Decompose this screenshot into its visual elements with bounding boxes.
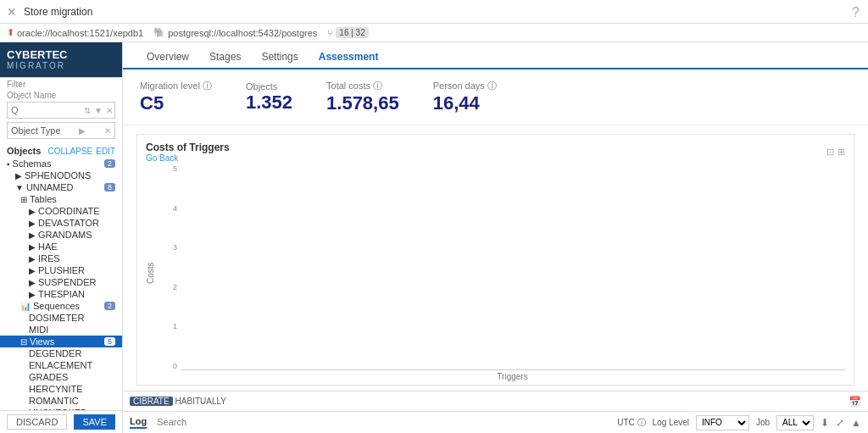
object-type-clear-icon[interactable]: ✕	[104, 126, 111, 136]
expand-icon[interactable]: ⤢	[836, 417, 844, 429]
tree-item-romantic[interactable]: ROMANTIC	[0, 395, 122, 407]
objects-actions: COLLAPSE EDIT	[47, 147, 115, 156]
tree-item-label: MIDI	[29, 325, 48, 335]
tree-item-label: Tables	[30, 194, 57, 204]
save-button[interactable]: SAVE	[74, 414, 115, 430]
logo-area: CYBERTEC MIGRATOR	[0, 42, 122, 78]
tree-item-unnamed[interactable]: ▼ UNNAMED 8	[0, 181, 122, 193]
close-button[interactable]: ✕	[7, 5, 17, 19]
tab-stages[interactable]: Stages	[199, 46, 251, 69]
object-type-expand-icon[interactable]: ▶	[79, 126, 86, 136]
migrator-value: HABITUALLY	[175, 397, 226, 406]
source-url: oracle://localhost:1521/xepdb1	[17, 28, 143, 38]
table-icon: ⊞	[20, 195, 27, 204]
tree-item-devastator[interactable]: ▶ DEVASTATOR	[0, 217, 122, 229]
tab-settings[interactable]: Settings	[251, 46, 308, 69]
tree-item-label: Sequences	[33, 301, 80, 311]
tree-item-grades[interactable]: GRADES	[0, 371, 122, 383]
tree-item-label: THESPIAN	[38, 289, 85, 299]
object-name-input[interactable]	[8, 105, 82, 115]
target-icon: 🐘	[153, 27, 165, 38]
x-axis-label: Triggers	[155, 370, 845, 381]
filter-icon[interactable]: ▼	[92, 106, 104, 115]
help-icon[interactable]: ?	[852, 5, 860, 20]
chart-fullscreen-icon[interactable]: ⊞	[837, 147, 845, 158]
tree-item-midi[interactable]: MIDI	[0, 324, 122, 336]
sort-icon[interactable]: ⇅	[82, 106, 92, 115]
target-connection: 🐘 postgresql://localhost:5432/postgres	[153, 27, 317, 38]
chart-title: Costs of Triggers	[146, 142, 230, 153]
tree-item-views[interactable]: ⊟ Views 5	[0, 336, 122, 347]
avg-label: ► Avg	[843, 369, 845, 370]
status-bar: CIBRATE HABITUALLY 📅	[123, 391, 868, 411]
y-tick: 1	[173, 322, 177, 330]
chart-section: Costs of Triggers Go Back ⊡ ⊞ Costs	[123, 125, 868, 391]
schema-badge: 2	[104, 159, 115, 168]
collapse-button[interactable]: COLLAPSE	[47, 147, 92, 156]
tree-item-plushier[interactable]: ▶ PLUSHIER	[0, 264, 122, 276]
tree-item-dosimeter[interactable]: DOSIMETER	[0, 312, 122, 324]
chart-inner: 5 4 3 2 1 0 ► Avg	[155, 164, 845, 381]
chart-actions: ⊡ ⊞	[826, 147, 845, 158]
tree-item-label: PLUSHIER	[38, 265, 85, 275]
tree-item-enlacement[interactable]: ENLACEMENT	[0, 359, 122, 371]
sidebar-tree: ▪ Schemas 2 ▶ SPHENODONS ▼ UNNAMED 8 ⊞ T…	[0, 158, 122, 410]
tree-item-suspender[interactable]: ▶ SUSPENDER	[0, 276, 122, 288]
tree-item-label: HAE	[38, 241, 58, 252]
logo-sub: MIGRATOR	[7, 61, 68, 70]
tree-item-tables[interactable]: ⊞ Tables	[0, 193, 122, 205]
log-level-select[interactable]: INFO DEBUG WARN ERROR	[696, 415, 749, 430]
sidebar-bottom: DISCARD SAVE	[0, 410, 122, 433]
download-icon[interactable]: ⬇	[821, 417, 829, 429]
unnamed-badge: 8	[104, 183, 115, 192]
source-icon: ⬆	[7, 27, 14, 38]
tree-item-sphenodons[interactable]: ▶ SPHENODONS	[0, 169, 122, 181]
object-type-row[interactable]: Object Type ▶ ✕	[7, 122, 115, 139]
calendar-icon[interactable]: 📅	[849, 396, 861, 408]
tree-item-hercynite[interactable]: HERCYNITE	[0, 383, 122, 395]
tree-item-label: HERCYNITE	[29, 384, 83, 394]
y-tick: 2	[173, 283, 177, 291]
tree-item-label: DOSIMETER	[29, 313, 84, 323]
total-costs-label: Total costs ⓘ	[326, 80, 399, 92]
y-tick: 3	[173, 243, 177, 252]
tree-item-sequences[interactable]: 📊 Sequences 2	[0, 300, 122, 312]
collapse-log-icon[interactable]: ▲	[851, 417, 861, 429]
tree-item-grandams[interactable]: ▶ GRANDAMS	[0, 229, 122, 241]
tree-item-label: COORDINATE	[38, 206, 100, 216]
metric-person-days: Person days ⓘ 16,44	[433, 80, 497, 114]
view-icon: ⊟	[20, 337, 27, 347]
tree-item-schemas[interactable]: ▪ Schemas 2	[0, 158, 122, 169]
tab-assessment[interactable]: Assessment	[309, 46, 389, 69]
job-select[interactable]: ALL	[776, 415, 814, 430]
chart-expand-icon[interactable]: ⊡	[826, 147, 834, 158]
tree-item-coordinate[interactable]: ▶ COORDINATE	[0, 205, 122, 217]
log-tab-log[interactable]: Log	[130, 416, 147, 429]
tree-item-label: DEVASTATOR	[38, 218, 99, 228]
clear-icon[interactable]: ✕	[104, 106, 114, 115]
y-axis: 5 4 3 2 1 0	[155, 164, 181, 370]
object-name-row: ⇅ ▼ ✕	[7, 102, 115, 119]
tree-item-degender[interactable]: DEGENDER	[0, 347, 122, 359]
chevron-right-icon: ▶	[29, 230, 36, 240]
chevron-down-icon: ▼	[15, 183, 24, 192]
discard-button[interactable]: DISCARD	[7, 414, 68, 430]
log-tab-search[interactable]: Search	[157, 417, 186, 428]
tree-item-ires[interactable]: ▶ IRES	[0, 253, 122, 264]
tree-item-thespian[interactable]: ▶ THESPIAN	[0, 288, 122, 300]
migration-level-value: C5	[140, 92, 212, 114]
chart-container: Costs of Triggers Go Back ⊡ ⊞ Costs	[136, 134, 854, 386]
migrator-tag: CIBRATE	[130, 397, 173, 406]
tree-item-label: ENLACEMENT	[29, 360, 92, 370]
go-back-link[interactable]: Go Back	[146, 153, 230, 163]
filter-label: Filter	[7, 80, 115, 89]
edit-button[interactable]: EDIT	[96, 147, 115, 156]
y-axis-label: Costs	[146, 164, 155, 381]
tab-overview[interactable]: Overview	[136, 46, 199, 69]
object-name-label: Object Name	[7, 91, 115, 100]
chart-title-row: Costs of Triggers Go Back ⊡ ⊞	[146, 142, 845, 163]
tree-item-label: Schemas	[13, 158, 52, 169]
tree-item-label: Views	[30, 336, 54, 347]
tree-item-hae[interactable]: ▶ HAE	[0, 241, 122, 253]
sidebar: CYBERTEC MIGRATOR Filter Object Name ⇅ ▼…	[0, 42, 123, 433]
